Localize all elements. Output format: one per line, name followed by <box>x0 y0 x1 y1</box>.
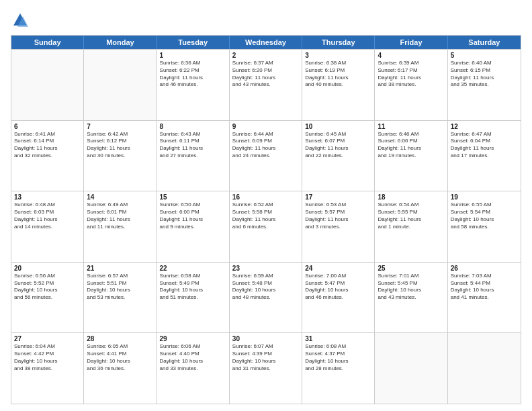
cell-line: Sunset: 4:40 PM <box>160 351 226 358</box>
day-number: 18 <box>378 193 444 201</box>
cell-line: Daylight: 11 hours <box>378 145 444 152</box>
calendar-cell: 24Sunrise: 7:00 AMSunset: 5:47 PMDayligh… <box>302 263 375 333</box>
day-number: 2 <box>232 52 299 59</box>
cell-line: Sunrise: 6:44 AM <box>232 131 299 138</box>
cell-line: Daylight: 11 hours <box>305 216 371 224</box>
calendar-cell <box>84 50 157 120</box>
cell-line: Sunrise: 6:40 AM <box>451 60 518 67</box>
cell-line: Sunrise: 6:08 AM <box>305 343 371 351</box>
calendar-cell: 26Sunrise: 7:03 AMSunset: 5:44 PMDayligh… <box>448 263 521 333</box>
calendar-cell: 18Sunrise: 6:54 AMSunset: 5:55 PMDayligh… <box>375 191 447 262</box>
cell-line: Daylight: 11 hours <box>160 75 226 82</box>
weekday-header: Wednesday <box>230 36 302 49</box>
page: SundayMondayTuesdayWednesdayThursdayFrid… <box>0 0 532 411</box>
cell-line: Sunset: 6:04 PM <box>451 138 518 145</box>
cell-line: Sunrise: 6:57 AM <box>87 273 153 280</box>
calendar-cell: 21Sunrise: 6:57 AMSunset: 5:51 PMDayligh… <box>84 263 157 333</box>
calendar-cell: 10Sunrise: 6:45 AMSunset: 6:07 PMDayligh… <box>302 121 375 191</box>
cell-line: Sunrise: 6:41 AM <box>14 131 81 138</box>
calendar-cell: 12Sunrise: 6:47 AMSunset: 6:04 PMDayligh… <box>448 121 521 191</box>
cell-line: Sunset: 6:03 PM <box>14 209 81 216</box>
cell-line: and 53 minutes. <box>87 294 153 302</box>
cell-line: Sunset: 6:14 PM <box>14 138 81 145</box>
calendar-cell: 9Sunrise: 6:44 AMSunset: 6:09 PMDaylight… <box>230 121 302 191</box>
cell-line: Sunrise: 6:47 AM <box>451 131 518 138</box>
cell-line: Sunset: 5:49 PM <box>160 280 226 287</box>
cell-line: and 27 minutes. <box>160 152 226 160</box>
day-number: 29 <box>160 335 226 342</box>
day-number: 13 <box>14 193 81 201</box>
day-number: 30 <box>232 335 299 342</box>
cell-line: Sunset: 5:47 PM <box>305 280 371 287</box>
cell-line: Daylight: 10 hours <box>305 358 371 365</box>
cell-line: Sunrise: 6:50 AM <box>160 201 226 209</box>
cell-line: Sunset: 5:58 PM <box>232 209 299 216</box>
cell-line: Daylight: 11 hours <box>232 216 299 224</box>
day-number: 1 <box>160 52 226 59</box>
day-number: 22 <box>160 265 226 272</box>
day-number: 17 <box>305 193 371 201</box>
day-number: 28 <box>87 335 153 342</box>
calendar-body: 1Sunrise: 6:36 AMSunset: 6:22 PMDaylight… <box>11 49 521 404</box>
day-number: 19 <box>451 193 518 201</box>
day-number: 23 <box>232 265 299 272</box>
cell-line: Sunrise: 6:42 AM <box>87 131 153 138</box>
cell-line: Daylight: 10 hours <box>378 287 444 294</box>
cell-line: Daylight: 11 hours <box>87 216 153 224</box>
cell-line: Sunrise: 6:39 AM <box>378 60 444 67</box>
calendar-cell: 29Sunrise: 6:06 AMSunset: 4:40 PMDayligh… <box>157 333 230 404</box>
calendar-cell: 15Sunrise: 6:50 AMSunset: 6:00 PMDayligh… <box>157 191 230 262</box>
cell-line: Daylight: 11 hours <box>232 75 299 82</box>
cell-line: Sunrise: 6:36 AM <box>160 60 226 67</box>
cell-line: and 1 minute. <box>378 224 444 231</box>
cell-line: Sunset: 4:39 PM <box>232 351 299 358</box>
cell-line: Sunset: 6:09 PM <box>232 138 299 145</box>
cell-line: Daylight: 11 hours <box>451 145 518 152</box>
cell-line: Sunset: 5:48 PM <box>232 280 299 287</box>
cell-line: Daylight: 10 hours <box>305 287 371 294</box>
cell-line: and 43 minutes. <box>232 81 299 89</box>
cell-line: Sunset: 6:11 PM <box>160 138 226 145</box>
calendar-row: 13Sunrise: 6:48 AMSunset: 6:03 PMDayligh… <box>11 191 521 262</box>
day-number: 25 <box>378 265 444 272</box>
cell-line: Sunset: 6:22 PM <box>160 67 226 75</box>
day-number: 3 <box>305 52 371 59</box>
cell-line: and 58 minutes. <box>451 224 518 231</box>
cell-line: and 48 minutes. <box>232 294 299 302</box>
calendar-cell <box>448 333 521 404</box>
cell-line: Daylight: 10 hours <box>14 287 81 294</box>
cell-line: and 6 minutes. <box>232 224 299 231</box>
cell-line: Sunrise: 7:01 AM <box>378 273 444 280</box>
cell-line: Sunset: 5:44 PM <box>451 280 518 287</box>
day-number: 5 <box>451 52 518 59</box>
cell-line: and 38 minutes. <box>378 81 444 89</box>
cell-line: and 17 minutes. <box>451 152 518 160</box>
cell-line: and 11 minutes. <box>87 224 153 231</box>
cell-line: and 24 minutes. <box>232 152 299 160</box>
cell-line: Daylight: 10 hours <box>451 216 518 224</box>
day-number: 20 <box>14 265 81 272</box>
day-number: 11 <box>378 123 444 130</box>
cell-line: Sunrise: 6:56 AM <box>14 273 81 280</box>
cell-line: Sunset: 6:15 PM <box>451 67 518 75</box>
cell-line: and 41 minutes. <box>451 294 518 302</box>
calendar-cell: 1Sunrise: 6:36 AMSunset: 6:22 PMDaylight… <box>157 50 230 120</box>
calendar-cell <box>11 50 84 120</box>
calendar: SundayMondayTuesdayWednesdayThursdayFrid… <box>11 35 521 404</box>
cell-line: Daylight: 10 hours <box>160 287 226 294</box>
cell-line: and 36 minutes. <box>87 365 153 373</box>
cell-line: Sunrise: 6:54 AM <box>378 201 444 209</box>
cell-line: Daylight: 11 hours <box>160 216 226 224</box>
calendar-cell: 7Sunrise: 6:42 AMSunset: 6:12 PMDaylight… <box>84 121 157 191</box>
cell-line: and 56 minutes. <box>14 294 81 302</box>
cell-line: Daylight: 11 hours <box>14 145 81 152</box>
cell-line: Sunset: 5:54 PM <box>451 209 518 216</box>
cell-line: and 35 minutes. <box>451 81 518 89</box>
cell-line: Sunrise: 6:52 AM <box>232 201 299 209</box>
calendar-cell: 11Sunrise: 6:46 AMSunset: 6:06 PMDayligh… <box>375 121 447 191</box>
cell-line: Sunrise: 6:53 AM <box>305 201 371 209</box>
calendar-cell: 27Sunrise: 6:04 AMSunset: 4:42 PMDayligh… <box>11 333 84 404</box>
cell-line: and 51 minutes. <box>160 294 226 302</box>
cell-line: Sunrise: 6:49 AM <box>87 201 153 209</box>
cell-line: Sunset: 6:06 PM <box>378 138 444 145</box>
